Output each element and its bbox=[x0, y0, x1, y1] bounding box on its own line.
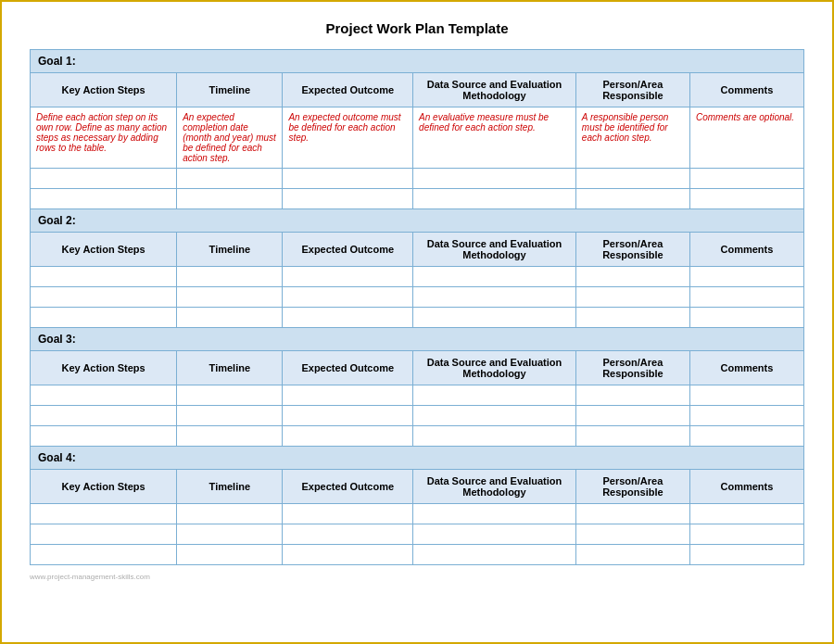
col-header-row-2: Key Action StepsTimelineExpected Outcome… bbox=[31, 233, 804, 267]
col-header-1-2: Timeline bbox=[177, 73, 283, 107]
goal-header-2: Goal 2: bbox=[31, 209, 804, 233]
col-header-row-3: Key Action StepsTimelineExpected Outcome… bbox=[31, 351, 804, 385]
goal-header-4: Goal 4: bbox=[31, 447, 804, 470]
table-row bbox=[31, 426, 804, 447]
col-header-1-1: Key Action Steps bbox=[31, 73, 177, 107]
table-row bbox=[31, 406, 804, 426]
work-plan-table: Goal 1:Key Action StepsTimelineExpected … bbox=[30, 49, 804, 565]
table-row bbox=[31, 524, 804, 545]
col-header-2-5: Person/Area Responsible bbox=[575, 233, 689, 267]
col-header-3-4: Data Source and Evaluation Methodology bbox=[413, 351, 576, 385]
watermark: www.project-management-skills.com bbox=[30, 573, 804, 581]
table-row bbox=[31, 169, 804, 189]
table-row bbox=[31, 287, 804, 308]
col-header-4-4: Data Source and Evaluation Methodology bbox=[413, 470, 576, 504]
col-header-row-1: Key Action StepsTimelineExpected Outcome… bbox=[31, 73, 804, 107]
goal-header-1: Goal 1: bbox=[31, 50, 804, 73]
col-header-3-3: Expected Outcome bbox=[283, 351, 413, 385]
col-header-4-3: Expected Outcome bbox=[283, 470, 413, 504]
col-header-4-2: Timeline bbox=[177, 470, 283, 504]
table-row bbox=[31, 385, 804, 406]
table-row bbox=[31, 267, 804, 287]
col-header-1-4: Data Source and Evaluation Methodology bbox=[413, 73, 576, 107]
table-row bbox=[31, 189, 804, 209]
page-title: Project Work Plan Template bbox=[30, 20, 804, 36]
col-header-4-1: Key Action Steps bbox=[31, 470, 177, 504]
col-header-3-6: Comments bbox=[689, 351, 803, 385]
col-header-4-5: Person/Area Responsible bbox=[575, 470, 689, 504]
col-header-row-4: Key Action StepsTimelineExpected Outcome… bbox=[31, 470, 804, 504]
goal-header-3: Goal 3: bbox=[31, 328, 804, 351]
col-header-2-2: Timeline bbox=[177, 233, 283, 267]
col-header-1-6: Comments bbox=[689, 73, 803, 107]
col-header-1-3: Expected Outcome bbox=[283, 73, 413, 107]
col-header-4-6: Comments bbox=[689, 470, 803, 504]
col-header-3-5: Person/Area Responsible bbox=[575, 351, 689, 385]
col-header-3-1: Key Action Steps bbox=[31, 351, 177, 385]
col-header-2-6: Comments bbox=[689, 233, 803, 267]
col-header-2-1: Key Action Steps bbox=[31, 233, 177, 267]
table-row bbox=[31, 504, 804, 524]
table-row bbox=[31, 308, 804, 328]
table-row: Define each action step on its own row. … bbox=[31, 107, 804, 169]
col-header-2-4: Data Source and Evaluation Methodology bbox=[413, 233, 576, 267]
table-row bbox=[31, 545, 804, 565]
col-header-1-5: Person/Area Responsible bbox=[575, 73, 689, 107]
col-header-3-2: Timeline bbox=[177, 351, 283, 385]
col-header-2-3: Expected Outcome bbox=[283, 233, 413, 267]
